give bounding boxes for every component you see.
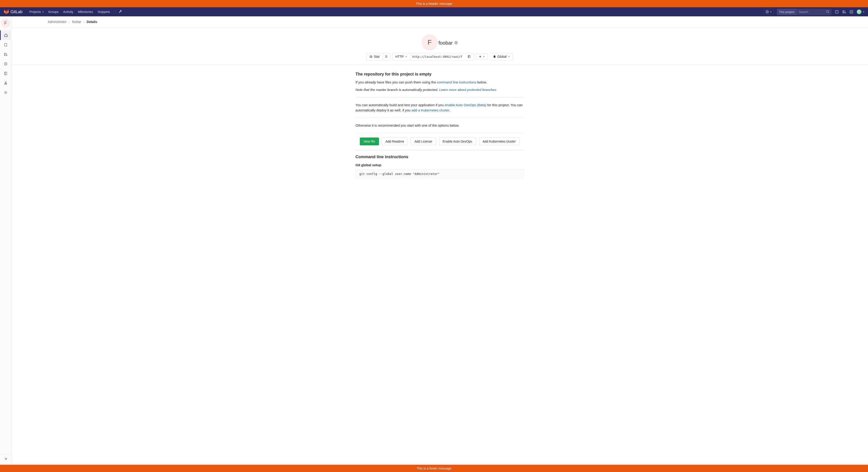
- add-license-button[interactable]: Add License: [410, 138, 436, 145]
- todos-icon[interactable]: [849, 10, 854, 14]
- sidebar-merge-requests[interactable]: [0, 49, 11, 59]
- breadcrumb: Administrator › foobar › Details: [11, 16, 868, 28]
- sidebar-collapse[interactable]: [0, 454, 11, 463]
- cli-heading: Command line instructions: [355, 155, 524, 159]
- svg-point-3: [843, 10, 844, 11]
- header-banner: This is a header message: [0, 0, 868, 7]
- svg-point-10: [6, 55, 7, 56]
- project-avatar-small[interactable]: F: [1, 19, 10, 28]
- svg-rect-2: [835, 10, 838, 13]
- star-button[interactable]: Star: [366, 53, 383, 60]
- svg-point-13: [5, 83, 5, 85]
- merge-requests-icon[interactable]: [842, 10, 846, 14]
- star-count[interactable]: 0: [383, 53, 390, 60]
- chevron-down-icon: [770, 10, 772, 14]
- cli-code1: git config --global user.name "Administr…: [355, 169, 524, 178]
- search-input[interactable]: [797, 9, 824, 15]
- topbar-right: This project: [764, 9, 864, 15]
- breadcrumb-current: Details: [87, 20, 97, 24]
- svg-point-15: [5, 92, 6, 93]
- divider: [355, 97, 524, 98]
- empty-p4: Otherwise it is recommended you start wi…: [355, 123, 524, 128]
- user-menu[interactable]: [857, 9, 864, 14]
- sidebar-settings[interactable]: [0, 88, 11, 97]
- new-dropdown[interactable]: [764, 9, 774, 15]
- notification-dropdown[interactable]: Global ▼: [490, 53, 513, 60]
- clone-url-input[interactable]: [410, 53, 465, 60]
- chevron-down-icon: [42, 10, 44, 14]
- nav-projects[interactable]: Projects: [27, 8, 46, 16]
- brand-logo[interactable]: GitLab: [4, 9, 23, 15]
- k8s-cluster-link[interactable]: add a Kubernetes cluster: [411, 108, 449, 112]
- empty-repo-content: The repository for this project is empty…: [355, 65, 524, 197]
- gitlab-icon: [4, 9, 9, 15]
- auto-devops-link[interactable]: enable Auto DevOps (Beta): [445, 103, 486, 107]
- add-dropdown[interactable]: ▼: [476, 54, 488, 60]
- add-k8s-button[interactable]: Add Kubernetes cluster: [479, 138, 520, 145]
- top-nav: Projects Groups Activity Milestones Snip…: [27, 8, 112, 16]
- nav-snippets[interactable]: Snippets: [95, 8, 112, 16]
- svg-point-8: [4, 53, 5, 54]
- breadcrumb-project[interactable]: foobar: [72, 20, 81, 24]
- breadcrumb-owner[interactable]: Administrator: [48, 20, 66, 24]
- svg-point-5: [844, 12, 845, 13]
- issues-icon[interactable]: [835, 10, 839, 14]
- chevron-down-icon: [863, 10, 864, 14]
- svg-point-4: [843, 12, 844, 13]
- svg-rect-7: [5, 43, 7, 46]
- svg-rect-12: [5, 72, 7, 75]
- add-readme-button[interactable]: Add Readme: [382, 138, 408, 145]
- breadcrumb-separator: ›: [84, 20, 85, 24]
- breadcrumb-separator: ›: [69, 20, 70, 24]
- svg-point-1: [827, 10, 829, 12]
- svg-rect-17: [468, 56, 470, 58]
- user-avatar: [857, 9, 862, 14]
- main-content: Administrator › foobar › Details F fooba…: [11, 16, 868, 463]
- project-title: foobar: [439, 40, 458, 46]
- sidebar: F: [0, 16, 11, 463]
- protected-branches-link[interactable]: Learn more about protected branches: [439, 88, 496, 92]
- new-file-button[interactable]: New file: [360, 138, 379, 145]
- divider: [115, 9, 116, 14]
- empty-p2: Note that the master branch is automatic…: [355, 87, 524, 93]
- search-icon[interactable]: [824, 9, 832, 15]
- nav-milestones[interactable]: Milestones: [75, 8, 95, 16]
- sidebar-home[interactable]: [0, 30, 11, 40]
- nav-groups[interactable]: Groups: [46, 8, 61, 16]
- project-avatar: F: [422, 34, 438, 50]
- sidebar-wiki[interactable]: [0, 69, 11, 78]
- search: This project: [777, 9, 832, 15]
- quick-actions: New file Add Readme Add License Enable A…: [355, 133, 524, 150]
- svg-point-9: [4, 55, 5, 56]
- empty-heading: The repository for this project is empty: [355, 72, 524, 77]
- empty-p3: You can automatically build and test you…: [355, 103, 524, 113]
- svg-point-14: [6, 83, 7, 85]
- project-actions: Star 0 HTTP ▼ ▼ Global: [48, 53, 832, 60]
- brand-name: GitLab: [10, 9, 23, 14]
- copy-url-button[interactable]: [465, 53, 474, 60]
- sidebar-snippets[interactable]: [0, 78, 11, 88]
- empty-p1: If you already have files you can push t…: [355, 80, 524, 85]
- search-scope[interactable]: This project: [777, 9, 797, 15]
- nav-activity[interactable]: Activity: [61, 8, 75, 16]
- sidebar-cicd[interactable]: [0, 59, 11, 69]
- admin-wrench-icon[interactable]: [119, 10, 122, 14]
- sidebar-repository[interactable]: [0, 40, 11, 49]
- project-hero: F foobar Star 0 HTTP ▼: [11, 28, 868, 65]
- protocol-dropdown[interactable]: HTTP ▼: [392, 53, 410, 60]
- cli-instructions-link[interactable]: command line instructions: [437, 80, 476, 84]
- cli-sub1: Git global setup: [355, 163, 524, 167]
- visibility-public-icon: [455, 41, 458, 45]
- topbar: GitLab Projects Groups Activity Mileston…: [0, 7, 868, 16]
- enable-devops-button[interactable]: Enable Auto DevOps: [439, 138, 476, 145]
